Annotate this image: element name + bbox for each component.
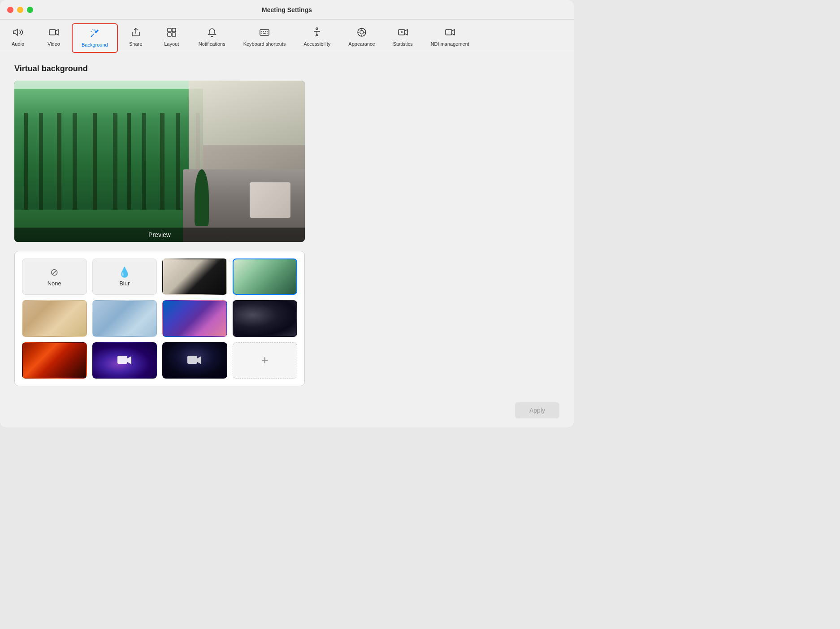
add-icon: + <box>261 353 268 367</box>
toolbar-item-keyboard[interactable]: Keyboard shortcuts <box>234 23 295 51</box>
none-label: None <box>48 280 61 287</box>
layout-icon <box>166 27 177 39</box>
maximize-button[interactable] <box>27 7 33 13</box>
keyboard-icon <box>259 27 270 39</box>
minimize-button[interactable] <box>17 7 23 13</box>
main-content: Virtual background <box>0 53 574 397</box>
none-icon: ⊘ <box>50 267 58 278</box>
statistics-label: Statistics <box>393 41 413 47</box>
toolbar-item-share[interactable]: Share <box>118 23 154 51</box>
appearance-label: Appearance <box>348 41 375 47</box>
video-icon <box>48 27 59 39</box>
audio-icon <box>13 27 23 39</box>
svg-rect-25 <box>446 30 452 35</box>
svg-rect-3 <box>168 28 171 32</box>
layout-label: Layout <box>164 41 179 47</box>
zoom-logo-purple <box>93 343 156 378</box>
keyboard-label: Keyboard shortcuts <box>243 41 286 47</box>
svg-rect-6 <box>172 33 176 36</box>
background-blue-purple[interactable] <box>162 300 227 336</box>
notifications-label: Notifications <box>199 41 225 47</box>
background-zoom-dark[interactable] <box>162 342 227 379</box>
background-blur[interactable]: 💧 Blur <box>92 258 157 295</box>
svg-rect-27 <box>187 356 197 364</box>
background-label: Background <box>82 42 108 47</box>
apply-button[interactable]: Apply <box>515 402 559 418</box>
traffic-lights <box>7 7 33 13</box>
background-zoom-purple[interactable] <box>92 342 157 379</box>
none-content: ⊘ None <box>48 267 61 287</box>
close-button[interactable] <box>7 7 13 13</box>
toolbar-item-appearance[interactable]: Appearance <box>339 23 384 51</box>
accessibility-label: Accessibility <box>303 41 330 47</box>
svg-rect-26 <box>117 356 127 364</box>
accessibility-icon <box>312 27 322 39</box>
svg-point-2 <box>91 36 92 37</box>
audio-label: Audio <box>12 41 24 47</box>
notifications-icon <box>207 27 217 39</box>
background-icon <box>89 28 100 40</box>
window-title: Meeting Settings <box>262 6 312 13</box>
toolbar-item-accessibility[interactable]: Accessibility <box>294 23 339 51</box>
meeting-settings-window: Meeting Settings Audio Video <box>0 0 574 427</box>
svg-rect-1 <box>49 30 56 35</box>
toolbar-item-video[interactable]: Video <box>36 23 72 51</box>
svg-rect-4 <box>172 28 176 32</box>
ndi-label: NDI management <box>431 41 469 47</box>
preview-label: Preview <box>14 228 305 242</box>
svg-point-17 <box>360 30 364 34</box>
backgrounds-grid: ⊘ None 💧 Blur <box>14 251 305 386</box>
share-label: Share <box>129 41 142 47</box>
section-title: Virtual background <box>14 64 559 73</box>
toolbar-item-ndi[interactable]: NDI management <box>422 23 478 51</box>
background-sky-blur[interactable] <box>92 300 157 336</box>
svg-rect-22 <box>398 30 405 35</box>
share-icon <box>130 27 141 39</box>
toolbar-item-audio[interactable]: Audio <box>0 23 36 51</box>
background-dark-swirl[interactable] <box>233 300 298 336</box>
background-add-custom[interactable]: + <box>233 342 298 379</box>
blur-label: Blur <box>119 280 130 287</box>
preview-container: Preview <box>14 81 305 242</box>
toolbar-item-notifications[interactable]: Notifications <box>190 23 234 51</box>
svg-point-15 <box>316 28 318 30</box>
blur-icon: 💧 <box>118 267 130 278</box>
svg-rect-5 <box>168 33 171 36</box>
zoom-logo-dark <box>163 343 226 378</box>
toolbar: Audio Video Background <box>0 20 574 53</box>
background-living-room[interactable] <box>162 258 227 295</box>
toolbar-item-statistics[interactable]: Statistics <box>384 23 422 51</box>
titlebar: Meeting Settings <box>0 0 574 20</box>
background-none[interactable]: ⊘ None <box>22 258 87 295</box>
toolbar-item-background[interactable]: Background <box>72 23 118 53</box>
background-forest[interactable] <box>233 258 298 295</box>
blur-content: 💧 Blur <box>118 267 130 287</box>
toolbar-item-layout[interactable]: Layout <box>154 23 190 51</box>
svg-rect-7 <box>260 30 269 35</box>
appearance-icon <box>356 27 367 39</box>
preview-image <box>14 81 305 242</box>
background-fire-marble[interactable] <box>22 342 87 379</box>
ndi-icon <box>445 27 455 39</box>
video-label: Video <box>48 41 60 47</box>
svg-marker-0 <box>13 29 17 35</box>
footer: Apply <box>0 397 574 427</box>
statistics-icon <box>398 27 408 39</box>
background-warm-blur[interactable] <box>22 300 87 336</box>
